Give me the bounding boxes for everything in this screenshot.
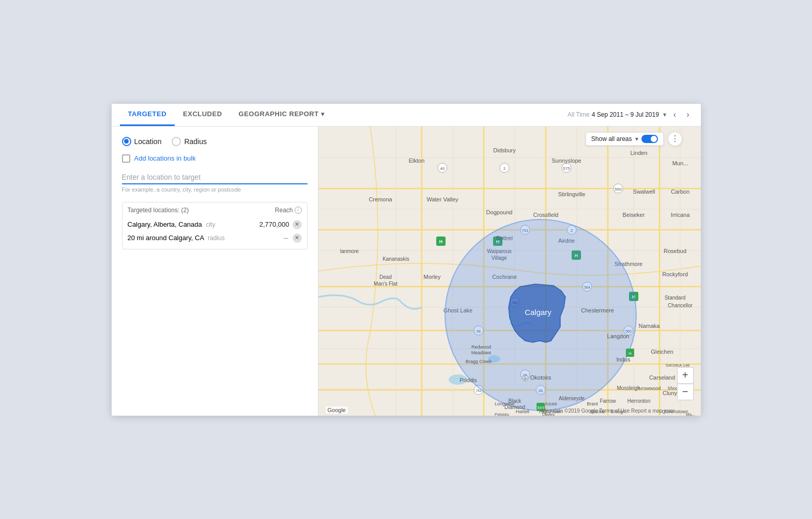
- svg-text:Crossfield: Crossfield: [533, 212, 558, 218]
- loc-type-1: radius: [208, 234, 225, 242]
- map-top-bar: Show all areas ▾ ⋮: [586, 132, 682, 146]
- svg-text:Farrow: Farrow: [600, 398, 616, 404]
- location-name-0: Calgary, Alberta, Canada city: [128, 221, 216, 228]
- main-content: Location Radius Add locations in bulk Fo…: [112, 127, 701, 416]
- svg-text:lanmore: lanmore: [340, 248, 359, 254]
- svg-text:Dogpound: Dogpound: [486, 209, 512, 215]
- zoom-out-button[interactable]: −: [677, 384, 694, 400]
- map-more-button[interactable]: ⋮: [668, 132, 682, 146]
- svg-text:Brant: Brant: [587, 401, 598, 406]
- svg-text:40: 40: [440, 166, 445, 171]
- date-range: All Time 4 Sep 2011 – 9 Jul 2019: [568, 111, 659, 118]
- svg-text:Mun...: Mun...: [672, 160, 688, 166]
- svg-text:Okotoks: Okotoks: [530, 374, 551, 381]
- svg-text:Indus: Indus: [616, 356, 630, 363]
- targeted-box: Targeted locations: (2) Reach i Calgary,…: [122, 202, 308, 249]
- svg-text:Bragg Creek: Bragg Creek: [465, 359, 492, 364]
- svg-text:Carseland: Carseland: [649, 374, 675, 381]
- svg-text:Azure: Azure: [545, 401, 557, 406]
- loc-reach-0: 2,770,000: [259, 221, 289, 228]
- svg-text:2: 2: [503, 166, 505, 171]
- show-all-toggle[interactable]: [641, 135, 658, 143]
- svg-text:Alderseyde: Alderseyde: [558, 396, 584, 401]
- minus-icon-1[interactable]: –: [284, 233, 288, 243]
- bulk-checkbox-label[interactable]: Add locations in bulk: [134, 154, 196, 162]
- svg-text:Priddis: Priddis: [459, 377, 477, 383]
- tab-bar: TARGETED EXCLUDED GEOGRAPHIC REPORT ▾ Al…: [112, 104, 701, 127]
- remove-location-1[interactable]: ✕: [293, 233, 302, 243]
- all-time-label: All Time: [568, 111, 590, 118]
- svg-text:Rosebud: Rosebud: [663, 248, 686, 254]
- targeted-count: Targeted locations: (2): [128, 207, 189, 214]
- date-range-value: 4 Sep 2011 – 9 Jul 2019: [592, 111, 659, 118]
- svg-text:560: 560: [615, 187, 622, 192]
- location-row-1: 20 mi around Calgary, CA radius – ✕: [128, 231, 302, 245]
- google-label: Google: [328, 407, 346, 413]
- svg-text:Dead: Dead: [379, 274, 392, 280]
- radio-location-label: Location: [134, 137, 162, 146]
- svg-text:Mossleigh: Mossleigh: [617, 385, 640, 391]
- tab-targeted[interactable]: TARGETED: [120, 104, 175, 127]
- svg-text:H: H: [629, 351, 632, 356]
- svg-text:Chancellor: Chancellor: [668, 303, 693, 308]
- date-dropdown-arrow[interactable]: ▾: [663, 111, 666, 118]
- svg-text:Calgary: Calgary: [525, 308, 551, 317]
- svg-text:Hartell: Hartell: [515, 409, 529, 414]
- svg-text:Man's Flat: Man's Flat: [374, 281, 397, 287]
- map-footer-right: Map data ©2019 Google Terms of Use Repor…: [542, 408, 675, 414]
- targeted-header: Targeted locations: (2) Reach i: [128, 207, 302, 214]
- svg-text:Carbon: Carbon: [670, 188, 689, 195]
- svg-text:Elkton: Elkton: [408, 158, 424, 164]
- checkbox-row: Add locations in bulk: [122, 154, 308, 163]
- date-prev-button[interactable]: ‹: [670, 109, 679, 120]
- svg-text:Irricana: Irricana: [670, 212, 690, 218]
- svg-text:Beiseker: Beiseker: [622, 212, 645, 218]
- tab-bar-right: All Time 4 Sep 2011 – 9 Jul 2019 ▾ ‹ ›: [568, 109, 692, 120]
- show-all-areas-control: Show all areas ▾: [586, 132, 664, 146]
- svg-text:Morley: Morley: [423, 274, 441, 280]
- input-hint: For example, a country, city, region or …: [122, 186, 308, 193]
- tab-geographic-report[interactable]: GEOGRAPHIC REPORT ▾: [231, 104, 333, 127]
- zoom-in-button[interactable]: +: [677, 367, 694, 384]
- map-footer: Google: [326, 406, 348, 414]
- show-all-dropdown-arrow[interactable]: ▾: [635, 135, 638, 143]
- tab-excluded[interactable]: EXCLUDED: [175, 104, 231, 127]
- map-svg: H H H H 40 2 575: [318, 127, 701, 416]
- left-panel: Location Radius Add locations in bulk Fo…: [112, 127, 318, 416]
- radio-location[interactable]: Location: [122, 137, 162, 146]
- map-area: H H H H 40 2 575: [318, 127, 701, 416]
- svg-text:Didsbury: Didsbury: [493, 147, 516, 153]
- svg-text:Chestermere: Chestermere: [581, 307, 614, 313]
- location-row-0: Calgary, Alberta, Canada city 2,770,000 …: [128, 218, 302, 231]
- location-name-1: 20 mi around Calgary, CA radius: [128, 234, 225, 242]
- svg-text:Longview: Longview: [494, 401, 514, 406]
- reach-header: Reach i: [275, 207, 302, 214]
- svg-text:Namaka: Namaka: [638, 323, 660, 329]
- date-next-button[interactable]: ›: [683, 109, 692, 120]
- geographic-dropdown-arrow: ▾: [321, 111, 325, 118]
- svg-text:Arrowwood: Arrowwood: [637, 386, 661, 391]
- reach-label: Reach: [275, 207, 293, 214]
- svg-text:7: 7: [524, 377, 526, 381]
- svg-text:Redwood: Redwood: [471, 344, 491, 350]
- svg-text:Standard: Standard: [664, 295, 685, 301]
- radio-location-circle: [122, 137, 131, 146]
- remove-location-0[interactable]: ✕: [293, 220, 302, 229]
- loc-right-0: 2,770,000 ✕: [259, 220, 302, 229]
- svg-text:Herronton: Herronton: [627, 398, 650, 404]
- svg-text:Pekisko: Pekisko: [494, 412, 509, 416]
- radio-radius[interactable]: Radius: [172, 137, 207, 146]
- reach-info-icon: i: [295, 207, 302, 214]
- svg-text:575: 575: [563, 166, 570, 171]
- svg-text:Swalwell: Swalwell: [633, 188, 655, 195]
- svg-text:Linden: Linden: [630, 150, 647, 156]
- loc-name-text-1: 20 mi around Calgary, CA: [128, 234, 204, 242]
- map-zoom-controls: + −: [677, 367, 694, 400]
- svg-text:Cremona: Cremona: [369, 196, 392, 202]
- svg-text:Langdon: Langdon: [607, 333, 629, 339]
- show-all-areas-label: Show all areas: [591, 135, 632, 143]
- bulk-checkbox[interactable]: [122, 154, 130, 163]
- location-input[interactable]: [122, 171, 308, 184]
- svg-text:Gleichen: Gleichen: [651, 349, 673, 355]
- loc-name-text-0: Calgary, Alberta, Canada: [128, 221, 202, 228]
